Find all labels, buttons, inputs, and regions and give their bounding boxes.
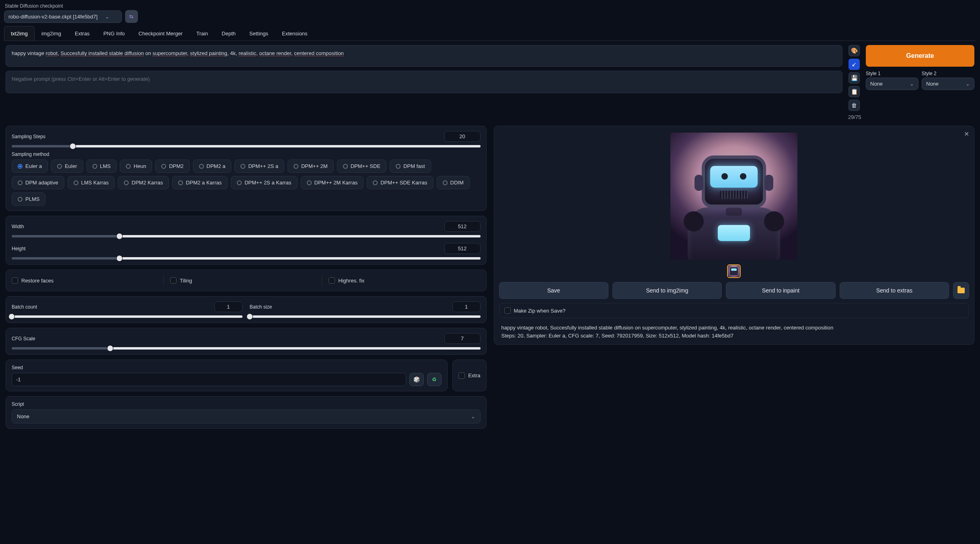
tab-bar: txt2img img2img Extras PNG Info Checkpoi… <box>4 26 976 41</box>
checkpoint-select[interactable]: robo-diffusion-v2-base.ckpt [14fe5bd7] ⌄ <box>4 10 122 23</box>
chevron-down-icon: ⌄ <box>910 81 914 87</box>
batch-size-slider[interactable] <box>250 315 481 318</box>
open-folder-button[interactable] <box>953 282 969 299</box>
width-label: Width <box>12 224 24 229</box>
sampler-dpmpp-2m-karras[interactable]: DPM++ 2M Karras <box>301 176 364 189</box>
reuse-seed-button[interactable]: ♻ <box>427 373 442 386</box>
style2-label: Style 2 <box>922 71 974 76</box>
sampling-steps-label: Sampling Steps <box>12 134 45 139</box>
height-value[interactable]: 512 <box>444 243 481 254</box>
radio-dot-icon <box>57 164 62 169</box>
batch-count-label: Batch count <box>12 304 37 310</box>
sampler-dpm2[interactable]: DPM2 <box>155 160 189 173</box>
highres-fix-checkbox[interactable]: Highres. fix <box>322 275 480 286</box>
sampler-dpm-fast[interactable]: DPM fast <box>390 160 431 173</box>
checkbox-icon <box>329 277 335 284</box>
trash-icon: 🗑 <box>851 102 857 108</box>
sampler-euler[interactable]: Euler <box>51 160 83 173</box>
tiling-checkbox[interactable]: Tiling <box>163 275 322 286</box>
tab-settings[interactable]: Settings <box>242 26 275 41</box>
interrogate-button[interactable]: 🎨 <box>849 45 860 56</box>
tab-pnginfo[interactable]: PNG Info <box>97 26 131 41</box>
radio-dot-icon <box>18 180 23 185</box>
chevron-down-icon: ⌄ <box>471 413 475 419</box>
tab-img2img[interactable]: img2img <box>35 26 68 41</box>
radio-dot-icon <box>178 180 183 185</box>
radio-dot-icon <box>373 180 378 185</box>
sampling-steps-value[interactable]: 20 <box>444 131 481 142</box>
checkbox-icon <box>170 277 177 284</box>
seed-input[interactable]: -1 <box>12 373 406 386</box>
clear-prompt-button[interactable]: 🗑 <box>849 100 860 111</box>
tab-train[interactable]: Train <box>189 26 215 41</box>
sampler-dpmpp-sde[interactable]: DPM++ SDE <box>337 160 386 173</box>
batch-count-value[interactable]: 1 <box>214 301 242 312</box>
tab-extensions[interactable]: Extensions <box>275 26 314 41</box>
save-button[interactable]: Save <box>499 282 608 299</box>
generated-image[interactable] <box>670 133 797 260</box>
sampler-dpmpp-2m[interactable]: DPM++ 2M <box>288 160 334 173</box>
sampler-dpmpp-2sa-karras[interactable]: DPM++ 2S a Karras <box>231 176 297 189</box>
extra-seed-checkbox[interactable]: Extra <box>452 360 486 391</box>
sampling-method-group: Euler a Euler LMS Heun DPM2 DPM2 a DPM++… <box>12 160 481 206</box>
checkpoint-value: robo-diffusion-v2-base.ckpt [14fe5bd7] <box>8 14 98 20</box>
arrow-icon: ↙ <box>852 61 857 67</box>
tab-depth[interactable]: Depth <box>215 26 242 41</box>
sampler-lms-karras[interactable]: LMS Karras <box>68 176 115 189</box>
tab-txt2img[interactable]: txt2img <box>4 26 35 41</box>
style1-select[interactable]: None ⌄ <box>866 78 918 90</box>
width-slider[interactable] <box>12 235 481 237</box>
radio-dot-icon <box>396 164 401 169</box>
tab-extras[interactable]: Extras <box>68 26 97 41</box>
radio-dot-icon <box>18 164 23 169</box>
cfg-label: CFG Scale <box>12 336 35 342</box>
apply-style-button[interactable]: 📋 <box>849 86 860 97</box>
cfg-value[interactable]: 7 <box>444 333 481 344</box>
generate-button[interactable]: Generate <box>866 45 974 67</box>
radio-dot-icon <box>74 180 78 185</box>
make-zip-checkbox[interactable]: Make Zip when Save? <box>499 303 970 318</box>
send-to-inpaint-button[interactable]: Send to inpaint <box>726 282 835 299</box>
restore-faces-checkbox[interactable]: Restore faces <box>12 275 163 286</box>
cfg-slider[interactable] <box>12 347 481 350</box>
radio-dot-icon <box>443 180 448 185</box>
radio-dot-icon <box>307 180 312 185</box>
sampler-ddim[interactable]: DDIM <box>437 176 470 189</box>
sampler-dpm2a[interactable]: DPM2 a <box>193 160 232 173</box>
sampler-euler-a[interactable]: Euler a <box>12 160 48 173</box>
sampler-heun[interactable]: Heun <box>120 160 152 173</box>
image-thumbnail[interactable] <box>727 264 741 278</box>
save-style-button[interactable]: 💾 <box>849 72 860 84</box>
send-to-img2img-button[interactable]: Send to img2img <box>612 282 722 299</box>
sampler-dpm2a-karras[interactable]: DPM2 a Karras <box>172 176 228 189</box>
sampler-lms[interactable]: LMS <box>86 160 117 173</box>
radio-dot-icon <box>240 164 245 169</box>
paste-button[interactable]: ↙ <box>849 59 860 70</box>
token-counter: 29/75 <box>848 114 860 120</box>
radio-dot-icon <box>343 164 348 169</box>
sampler-dpm-adaptive[interactable]: DPM adaptive <box>12 176 64 189</box>
refresh-checkpoint-button[interactable]: ⇆ <box>125 10 138 23</box>
batch-size-value[interactable]: 1 <box>452 301 481 312</box>
random-seed-button[interactable]: 🎲 <box>409 373 424 386</box>
checkbox-icon <box>458 372 465 379</box>
radio-dot-icon <box>124 180 129 185</box>
send-to-extras-button[interactable]: Send to extras <box>840 282 949 299</box>
batch-count-slider[interactable] <box>12 315 242 318</box>
sampler-dpm2-karras[interactable]: DPM2 Karras <box>118 176 169 189</box>
folder-icon <box>957 288 965 293</box>
negative-prompt-input[interactable]: Negative prompt (press Ctrl+Enter or Alt… <box>6 71 842 93</box>
width-value[interactable]: 512 <box>444 221 481 232</box>
recycle-icon: ♻ <box>432 376 437 382</box>
radio-dot-icon <box>18 197 23 202</box>
tab-checkpoint-merger[interactable]: Checkpoint Merger <box>131 26 189 41</box>
prompt-input[interactable]: happy vintage robot, Succesfully install… <box>6 45 842 67</box>
script-select[interactable]: None ⌄ <box>12 409 481 423</box>
style2-select[interactable]: None ⌄ <box>922 78 974 90</box>
sampling-steps-slider[interactable] <box>12 145 481 147</box>
sampler-plms[interactable]: PLMS <box>12 192 45 206</box>
sampler-dpmpp-2sa[interactable]: DPM++ 2S a <box>234 160 284 173</box>
close-output-button[interactable]: ✕ <box>964 130 969 138</box>
height-slider[interactable] <box>12 257 481 260</box>
sampler-dpmpp-sde-karras[interactable]: DPM++ SDE Karras <box>367 176 433 189</box>
